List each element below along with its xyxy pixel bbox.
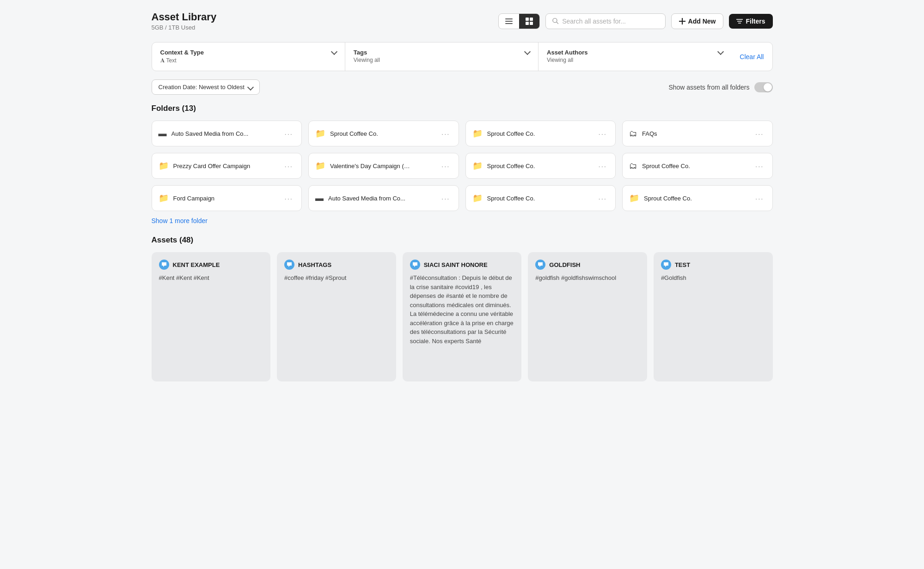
search-input[interactable] bbox=[562, 18, 658, 25]
clear-all-button[interactable]: Clear All bbox=[731, 42, 772, 71]
search-icon bbox=[552, 18, 559, 24]
folder-menu-button[interactable]: ··· bbox=[596, 194, 609, 203]
show-more-folders-link[interactable]: Show 1 more folder bbox=[152, 217, 208, 224]
page-title: Asset Library bbox=[152, 11, 217, 23]
view-toggle bbox=[498, 13, 540, 29]
folder-card[interactable]: 🗂 Sprout Coffee Co. ··· bbox=[622, 153, 773, 179]
sort-dropdown[interactable]: Creation Date: Newest to Oldest bbox=[152, 79, 260, 95]
folder-card[interactable]: 📁 Sprout Coffee Co. ··· bbox=[465, 121, 616, 146]
folder-icon: 📁 bbox=[315, 161, 325, 171]
folders-section-title: Folders (13) bbox=[152, 104, 773, 113]
add-new-button[interactable]: Add New bbox=[671, 13, 724, 29]
folder-menu-button[interactable]: ··· bbox=[282, 194, 295, 203]
folder-icon: 📁 bbox=[472, 128, 483, 139]
folder-menu-button[interactable]: ··· bbox=[753, 161, 766, 171]
folder-card[interactable]: 📁 Ford Campaign ··· bbox=[152, 185, 302, 211]
chevron-down-icon bbox=[331, 48, 337, 55]
folder-menu-button[interactable]: ··· bbox=[596, 161, 609, 171]
folder-menu-button[interactable]: ··· bbox=[753, 129, 766, 139]
filters-button[interactable]: Filters bbox=[729, 14, 772, 29]
asset-card[interactable]: Hashtags #coffee #friday #Sprout bbox=[277, 252, 396, 381]
folder-menu-button[interactable]: ··· bbox=[440, 161, 452, 171]
toggle-knob bbox=[764, 83, 772, 91]
chat-bubble-icon bbox=[535, 260, 545, 270]
folder-menu-button[interactable]: ··· bbox=[440, 129, 452, 139]
asset-card[interactable]: SIACI SAINT HONORE #Téléconsultation : D… bbox=[403, 252, 522, 381]
list-view-button[interactable] bbox=[499, 14, 519, 29]
text-type-icon: 𝐀 bbox=[160, 57, 165, 64]
svg-rect-1 bbox=[505, 21, 513, 22]
svg-rect-3 bbox=[526, 18, 529, 21]
folder-icon: 📁 bbox=[315, 128, 325, 139]
svg-rect-6 bbox=[530, 22, 533, 25]
asset-card[interactable]: KENT EXAMPLE #Kent #Kent #Kent bbox=[152, 252, 271, 381]
svg-rect-10 bbox=[679, 21, 685, 22]
folder-menu-button[interactable]: ··· bbox=[282, 161, 295, 171]
assets-section: Assets (48) KENT EXAMPLE #Kent #Kent #Ke… bbox=[152, 236, 773, 381]
folders-section: Folders (13) ▬ Auto Saved Media from Co.… bbox=[152, 104, 773, 236]
svg-rect-0 bbox=[505, 18, 513, 19]
filter-icon bbox=[736, 18, 743, 24]
folder-card[interactable]: 📁 Valentine's Day Campaign (… ··· bbox=[308, 153, 459, 179]
chat-bubble-icon bbox=[284, 260, 294, 270]
asset-authors-filter[interactable]: Asset Authors Viewing all bbox=[538, 42, 731, 71]
context-type-filter[interactable]: Context & Type 𝐀 Text bbox=[152, 42, 345, 71]
folder-menu-button[interactable]: ··· bbox=[596, 129, 609, 139]
header: Asset Library 5GB / 1TB Used bbox=[152, 11, 773, 31]
stack-icon: ▬ bbox=[159, 129, 167, 139]
folder-icon: 📁 bbox=[472, 161, 483, 171]
filter-bar: Context & Type 𝐀 Text Tags Viewing all A… bbox=[152, 42, 773, 71]
folder-icon: 📁 bbox=[629, 193, 639, 203]
folder-icon: 📁 bbox=[472, 193, 483, 203]
folder-filled-icon: 🗂 bbox=[629, 129, 637, 139]
folder-card[interactable]: 📁 Sprout Coffee Co. ··· bbox=[622, 185, 773, 211]
search-bar[interactable] bbox=[545, 13, 666, 29]
chat-bubble-icon bbox=[159, 260, 169, 270]
header-left: Asset Library 5GB / 1TB Used bbox=[152, 11, 217, 31]
plus-icon bbox=[679, 18, 685, 24]
stack-icon: ▬ bbox=[315, 194, 324, 203]
svg-rect-5 bbox=[526, 22, 529, 25]
folder-card[interactable]: 📁 Sprout Coffee Co. ··· bbox=[308, 121, 459, 146]
chevron-down-icon bbox=[717, 48, 724, 55]
show-folders-toggle[interactable]: Show assets from all folders bbox=[668, 82, 772, 92]
svg-rect-2 bbox=[505, 23, 513, 24]
chat-bubble-icon bbox=[410, 260, 420, 270]
folder-filled-icon: 🗂 bbox=[629, 161, 637, 171]
asset-card[interactable]: Test #Goldfish bbox=[654, 252, 773, 381]
assets-section-title: Assets (48) bbox=[152, 236, 773, 245]
folder-menu-button[interactable]: ··· bbox=[440, 194, 452, 203]
toggle-switch[interactable] bbox=[754, 82, 773, 92]
assets-grid: KENT EXAMPLE #Kent #Kent #Kent Hashtags … bbox=[152, 252, 773, 381]
header-right: Add New Filters bbox=[498, 13, 773, 29]
chevron-down-icon bbox=[247, 84, 254, 90]
folders-grid: ▬ Auto Saved Media from Co... ··· 📁 Spro… bbox=[152, 121, 773, 211]
folder-card[interactable]: 📁 Sprout Coffee Co. ··· bbox=[465, 185, 616, 211]
folder-card[interactable]: ▬ Auto Saved Media from Co... ··· bbox=[308, 185, 459, 211]
folder-card[interactable]: ▬ Auto Saved Media from Co... ··· bbox=[152, 121, 302, 146]
folder-menu-button[interactable]: ··· bbox=[282, 129, 295, 139]
folder-card[interactable]: 📁 Prezzy Card Offer Campaign ··· bbox=[152, 153, 302, 179]
svg-rect-4 bbox=[530, 18, 533, 21]
svg-line-8 bbox=[557, 22, 558, 24]
sort-bar: Creation Date: Newest to Oldest Show ass… bbox=[152, 79, 773, 95]
folder-icon: 📁 bbox=[159, 193, 169, 203]
tags-filter[interactable]: Tags Viewing all bbox=[345, 42, 538, 71]
chevron-down-icon bbox=[524, 48, 531, 55]
chat-bubble-icon bbox=[661, 260, 671, 270]
asset-card[interactable]: goldfish #goldfish #goldfishswimschool bbox=[528, 252, 647, 381]
storage-info: 5GB / 1TB Used bbox=[152, 24, 217, 31]
grid-view-button[interactable] bbox=[519, 14, 539, 29]
folder-card[interactable]: 📁 Sprout Coffee Co. ··· bbox=[465, 153, 616, 179]
folder-card[interactable]: 🗂 FAQs ··· bbox=[622, 121, 773, 146]
folder-menu-button[interactable]: ··· bbox=[753, 194, 766, 203]
folder-icon: 📁 bbox=[159, 161, 169, 171]
